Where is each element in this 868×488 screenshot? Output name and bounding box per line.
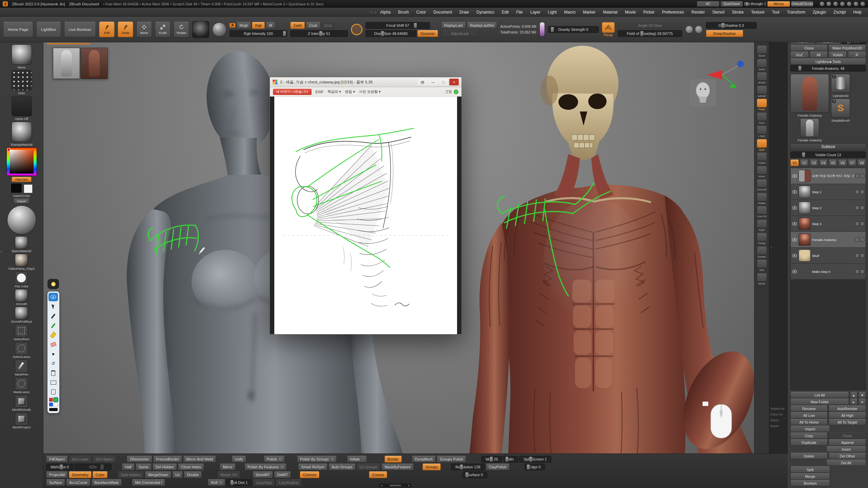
right-shelf-button[interactable]: Frame xyxy=(757,152,767,164)
minimize-button[interactable]: — xyxy=(428,79,438,85)
menu-item[interactable]: Tool xyxy=(768,8,783,16)
menu-item[interactable]: Color xyxy=(413,8,430,16)
subtool-thumbnail[interactable] xyxy=(798,233,811,246)
replay-last-rel-button[interactable]: ReplayLastRel xyxy=(467,22,497,29)
unify-button[interactable]: Unify xyxy=(232,456,246,463)
zsub-button[interactable]: Zsub xyxy=(306,22,320,29)
min-slider[interactable]: Min xyxy=(504,456,518,463)
v7-button[interactable]: V7 xyxy=(848,160,856,166)
monitor-icon[interactable] xyxy=(853,1,859,6)
menu-item[interactable]: Help xyxy=(849,8,865,16)
quick-pick-thumbnail[interactable] xyxy=(15,289,28,302)
replay-last-button[interactable]: ReplayLast xyxy=(441,22,466,29)
subtool-row[interactable]: 11번 여성 3단계 바디 각상 - [메 & xyxy=(791,168,866,184)
field-of-view-slider[interactable]: Field of view(deg) 39.59775 xyxy=(618,30,682,37)
color-picker[interactable] xyxy=(6,147,37,176)
main-color-swatch[interactable] xyxy=(11,183,22,193)
screen-capture-button[interactable] xyxy=(48,378,58,387)
right-shelf-button[interactable]: Actual xyxy=(757,72,767,84)
right-shelf-icon[interactable] xyxy=(757,232,767,241)
menu-item[interactable]: Edit xyxy=(498,8,513,16)
deepshadow-button[interactable]: DeepShadow xyxy=(706,30,743,37)
perspective-icon[interactable] xyxy=(602,22,615,33)
white-swatch[interactable] xyxy=(54,403,58,406)
rename-button[interactable]: Rename xyxy=(790,405,828,412)
import-color-button[interactable]: Import xyxy=(14,199,29,204)
right-shelf-icon[interactable] xyxy=(757,206,767,215)
scroll-right-icon[interactable]: ► xyxy=(408,484,410,487)
mixer-icon[interactable] xyxy=(840,1,845,6)
objshadow-slider[interactable]: ObjShadow 0.3 xyxy=(706,22,757,29)
zremesher-button[interactable]: ZRemesher xyxy=(126,456,152,463)
z-intensity-slider[interactable]: Z Intensity 51 xyxy=(290,30,348,37)
groups-button[interactable]: Groups xyxy=(422,464,441,470)
right-shelf-icon[interactable] xyxy=(757,219,767,228)
mrgb-button[interactable]: Mrgb xyxy=(236,22,251,29)
item-button[interactable]: ▸ xyxy=(850,399,857,405)
always-on-top-button[interactable]: ▤ xyxy=(418,79,427,85)
delete-button[interactable]: Delete xyxy=(790,453,828,459)
quick-pick-item[interactable]: Flat Color xyxy=(15,271,28,288)
menu-item[interactable]: Marker xyxy=(579,8,599,16)
edit-button[interactable]: Edit xyxy=(99,22,115,37)
cursor-tool-button[interactable] xyxy=(48,302,58,311)
dynamic-button[interactable]: Dynamic xyxy=(417,30,438,37)
interface-icon[interactable] xyxy=(820,1,825,6)
menu-item[interactable]: Alpha xyxy=(377,8,395,16)
r-button[interactable]: R xyxy=(848,52,866,58)
menu-item[interactable]: Preferences xyxy=(658,8,688,16)
menu-item[interactable]: Stroke xyxy=(728,8,748,16)
quick-pick-thumbnail[interactable] xyxy=(15,324,28,337)
menu-item[interactable]: Brush xyxy=(394,8,412,16)
document-scrollbar[interactable]: ◄ ► xyxy=(379,484,412,487)
gizmo-z-axis[interactable] xyxy=(737,61,744,67)
right-shelf-icon[interactable] xyxy=(757,99,767,107)
subtool-row[interactable]: Step 3 xyxy=(791,216,866,232)
geometry-button[interactable]: Geometry xyxy=(69,471,91,478)
menu-item[interactable]: Dynamics xyxy=(473,8,498,16)
subtool-mini-icons[interactable] xyxy=(855,174,864,178)
rgb-button[interactable]: Rgb xyxy=(252,22,265,29)
border-button[interactable]: Border xyxy=(384,456,402,463)
bookmark-dropdown[interactable]: 책갈피 ▾ xyxy=(328,89,341,94)
subtool-mini-icons[interactable] xyxy=(855,222,864,226)
tablet-icon[interactable] xyxy=(847,1,852,6)
red-swatch[interactable] xyxy=(49,398,53,402)
quick-pick-item[interactable]: SmoothValleys xyxy=(11,307,32,323)
menu-item[interactable]: Draw xyxy=(456,8,473,16)
boolean-button[interactable]: Boolean xyxy=(790,480,830,486)
alternate-button[interactable]: Alternate xyxy=(12,177,31,182)
subtool-thumbnail[interactable] xyxy=(798,170,811,182)
history-icon[interactable] xyxy=(833,1,838,6)
power-icon[interactable] xyxy=(860,1,865,6)
texture-mini-label[interactable]: Texture On xyxy=(770,407,788,410)
right-shelf-button[interactable]: Xpose xyxy=(757,273,767,285)
edit-dropdown[interactable]: 편집 ▾ xyxy=(345,89,355,94)
ac-button[interactable]: AC xyxy=(697,1,719,7)
subtool-section-header[interactable]: Subtool xyxy=(790,143,866,150)
bulb-toggle-button[interactable] xyxy=(47,279,59,289)
polish-button[interactable]: Polish xyxy=(264,456,285,463)
rotate-button[interactable]: Rotate xyxy=(174,22,189,37)
subtool-mini-icons[interactable] xyxy=(855,206,864,210)
list-all-button[interactable]: List All xyxy=(790,392,849,398)
home-page-button[interactable]: Home Page xyxy=(3,22,33,37)
split-hidden-button[interactable]: Split Hidden xyxy=(118,471,144,478)
palette-icon[interactable] xyxy=(826,1,831,6)
blue-swatch[interactable] xyxy=(49,403,53,406)
del-lower-button[interactable]: Del Lower xyxy=(69,456,92,463)
all-to-target-button[interactable]: All To Target xyxy=(829,419,866,425)
v6-button[interactable]: V6 xyxy=(838,160,847,166)
roll-dist-1-slider[interactable]: Roll Dist 1 xyxy=(226,479,252,486)
draw-button[interactable]: Draw xyxy=(118,22,133,37)
tool-thumbnail-female-anatomy-gray[interactable] xyxy=(800,118,819,137)
quick-pick-thumbnail[interactable] xyxy=(15,342,28,355)
right-shelf-icon[interactable] xyxy=(757,273,767,282)
quick-pick-item[interactable]: Smooth xyxy=(15,289,28,306)
viewer-title-bar[interactable]: 2 - 쇄골, 가슴 > chest_cutaway.jpg [12/16] -… xyxy=(270,77,461,87)
new-folder-button[interactable]: New Folder xyxy=(790,399,849,405)
right-shelf-button[interactable]: PolyF xyxy=(757,219,767,231)
tool-thumbnail-cylinder3d[interactable]: 7 xyxy=(831,74,850,93)
scroll-left-icon[interactable]: ◄ xyxy=(380,484,383,487)
insert-button[interactable]: Insert xyxy=(826,446,866,452)
